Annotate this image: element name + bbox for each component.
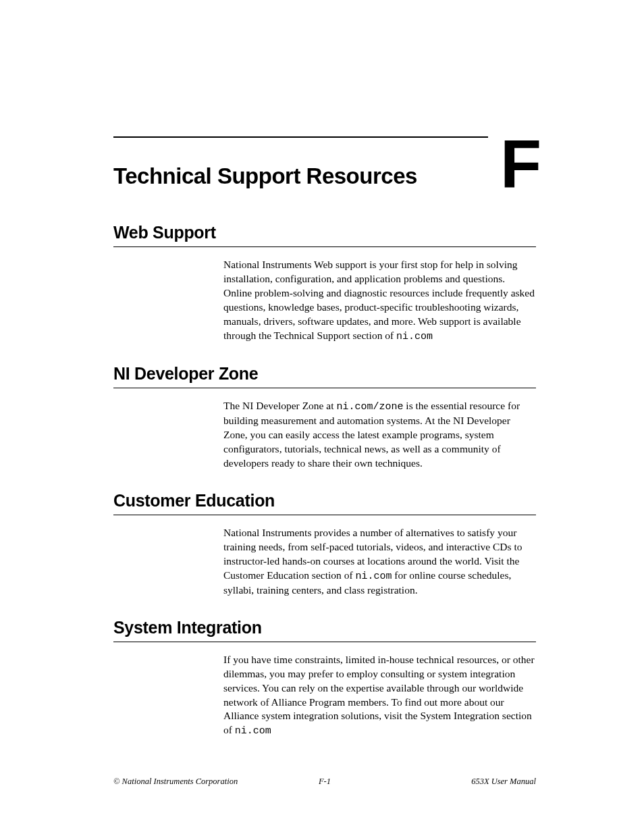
- appendix-rule: [113, 136, 488, 138]
- heading-system-integration: System Integration: [113, 618, 536, 642]
- page: F Technical Support Resources Web Suppor…: [0, 0, 644, 739]
- section-web-support: Web Support National Instruments Web sup…: [113, 223, 536, 344]
- page-title: Technical Support Resources: [113, 163, 536, 189]
- appendix-header: F: [113, 136, 536, 138]
- url-text: ni.com/zone: [336, 401, 403, 413]
- heading-developer-zone: NI Developer Zone: [113, 364, 536, 388]
- body-system-integration: If you have time constraints, limited in…: [223, 653, 536, 739]
- body-text: National Instruments Web support is your…: [223, 259, 535, 341]
- body-web-support: National Instruments Web support is your…: [223, 258, 536, 344]
- footer-page-number: F-1: [319, 777, 331, 787]
- body-developer-zone: The NI Developer Zone at ni.com/zone is …: [223, 399, 536, 471]
- url-text: ni.com: [355, 571, 392, 582]
- body-text: The NI Developer Zone at: [223, 400, 336, 411]
- footer-right: 653X User Manual: [471, 777, 536, 787]
- url-text: ni.com: [396, 331, 433, 342]
- appendix-letter: F: [500, 130, 540, 197]
- section-system-integration: System Integration If you have time cons…: [113, 618, 536, 739]
- section-customer-education: Customer Education National Instruments …: [113, 491, 536, 598]
- heading-customer-education: Customer Education: [113, 491, 536, 515]
- url-text: ni.com: [235, 725, 271, 737]
- heading-web-support: Web Support: [113, 223, 536, 247]
- body-text: If you have time constraints, limited in…: [223, 654, 535, 736]
- page-footer: © National Instruments Corporation F-1 6…: [113, 777, 536, 787]
- footer-left: © National Instruments Corporation: [113, 777, 238, 787]
- section-developer-zone: NI Developer Zone The NI Developer Zone …: [113, 364, 536, 471]
- body-customer-education: National Instruments provides a number o…: [223, 526, 536, 598]
